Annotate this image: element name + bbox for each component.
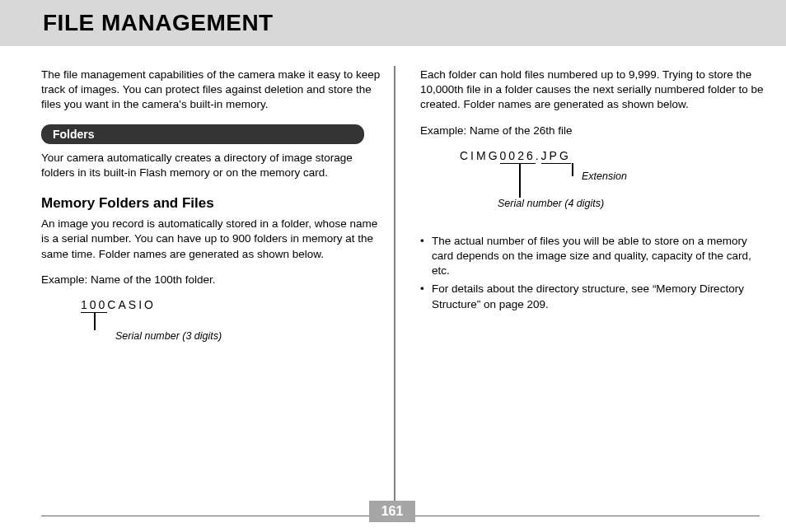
- notes-list: The actual number of files you will be a…: [420, 234, 766, 312]
- page: FILE MANAGEMENT The file management capa…: [0, 0, 786, 532]
- folder-example-name: 100CASIO: [81, 298, 156, 313]
- intro-paragraph: The file management capabilities of the …: [41, 68, 387, 113]
- file-example-name: CIMG0026.JPG: [460, 149, 571, 164]
- right-intro-paragraph: Each folder can hold files numbered up t…: [420, 68, 766, 113]
- callout-line-icon: [519, 163, 521, 198]
- right-column: Each folder can hold files numbered up t…: [420, 68, 766, 315]
- left-column: The file management capabilities of the …: [41, 68, 387, 355]
- folder-example-label: Example: Name of the 100th folder.: [41, 273, 387, 286]
- file-example-diagram: CIMG0026.JPG Extension Serial number (4 …: [460, 148, 766, 222]
- folder-serial: 100: [81, 298, 107, 313]
- column-divider: [394, 66, 395, 512]
- file-dot: .: [536, 149, 541, 162]
- file-serial: 0026: [500, 149, 536, 164]
- file-serial-caption: Serial number (4 digits): [498, 198, 604, 209]
- mff-paragraph: An image you record is automatically sto…: [41, 217, 387, 262]
- callout-line-icon: [572, 163, 573, 176]
- section-heading-folders: Folders: [41, 124, 364, 144]
- folder-example-diagram: 100CASIO Serial number (3 digits): [81, 297, 387, 355]
- file-extension: JPG: [541, 149, 571, 164]
- file-extension-caption: Extension: [582, 170, 627, 182]
- list-item: For details about the directory structur…: [420, 282, 766, 311]
- folder-serial-caption: Serial number (3 digits): [115, 330, 222, 342]
- folder-rest: CASIO: [107, 298, 156, 311]
- folders-paragraph: Your camera automatically creates a dire…: [41, 151, 387, 180]
- file-prefix: CIMG: [460, 149, 500, 162]
- header-bar: FILE MANAGEMENT: [0, 0, 786, 46]
- page-number-badge: 161: [369, 501, 415, 522]
- file-example-label: Example: Name of the 26th file: [420, 124, 766, 137]
- content-area: The file management capabilities of the …: [41, 68, 760, 502]
- callout-line-icon: [94, 312, 96, 330]
- page-title: FILE MANAGEMENT: [43, 10, 274, 36]
- subheading-memory-folders-files: Memory Folders and Files: [41, 195, 387, 212]
- list-item: The actual number of files you will be a…: [420, 234, 766, 279]
